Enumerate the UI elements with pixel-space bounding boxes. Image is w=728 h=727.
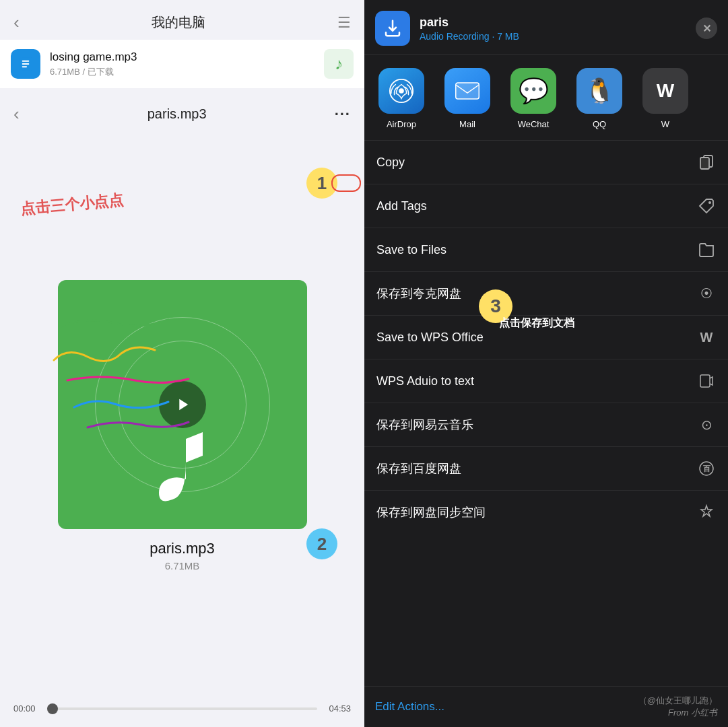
watermark-user: （@仙女王哪儿跑） <box>638 695 717 707</box>
svg-rect-3 <box>456 83 479 99</box>
file-name: losing game.mp3 <box>50 50 315 64</box>
music-note-icon: ♪ <box>324 49 354 79</box>
time-start: 00:00 <box>13 703 39 714</box>
save-baidu-label: 保存到百度网盘 <box>376 460 461 477</box>
song-title: paris.mp3 <box>150 540 215 557</box>
add-tags-label: Add Tags <box>376 199 427 213</box>
watermark-source: From 小红书 <box>638 707 717 719</box>
audio-text-icon <box>697 372 716 390</box>
wps-audio-label: WPS Aduio to text <box>376 374 474 388</box>
page-title: 我的电脑 <box>152 13 205 32</box>
action-wps-audio[interactable]: WPS Aduio to text <box>364 359 728 403</box>
action-copy[interactable]: Copy <box>364 141 728 184</box>
qq-label: QQ <box>593 119 606 129</box>
tag-icon <box>697 197 716 215</box>
qq-icon: 🐧 <box>576 68 622 114</box>
annotation-number-2: 2 <box>306 528 337 559</box>
wechat-icon: 💬 <box>510 68 556 114</box>
netease-icon: ⊙ <box>697 415 716 434</box>
more-label: W <box>661 119 669 129</box>
tongbu-icon <box>697 503 716 522</box>
kuake-icon: ⦿ <box>697 284 716 303</box>
watermark-area: （@仙女王哪儿跑） From 小红书 <box>638 695 717 719</box>
share-header: paris Audio Recording · 7 MB ✕ <box>364 0 728 55</box>
top-nav-bar: ‹ 我的电脑 ☰ <box>0 0 364 40</box>
left-panel: ‹ 我的电脑 ☰ losing game.mp3 6.71MB / 已下载 ♪ … <box>0 0 364 727</box>
song-info-area: paris.mp3 6.71MB <box>150 529 215 576</box>
save-kuake-label: 保存到夸克网盘 <box>376 285 461 302</box>
progress-thumb[interactable] <box>47 703 58 714</box>
save-files-label: Save to Files <box>376 243 446 257</box>
progress-area: 00:00 04:53 <box>0 694 364 727</box>
action-list: Copy Add Tags Save to Files <box>364 141 728 686</box>
annotation-text-chinese: 点击三个小点点 <box>20 190 125 219</box>
file-size: 6.71MB / 已下载 <box>50 66 315 78</box>
album-art <box>58 280 307 529</box>
action-save-tongbu[interactable]: 保存到网盘同步空间 <box>364 491 728 534</box>
menu-button[interactable]: ☰ <box>337 14 351 32</box>
file-info: losing game.mp3 6.71MB / 已下载 <box>50 50 315 78</box>
airdrop-icon <box>378 68 424 114</box>
share-file-subtitle: Audio Recording · 7 MB <box>420 31 686 42</box>
action-save-files[interactable]: Save to Files <box>364 228 728 272</box>
app-more[interactable]: W W <box>635 68 696 129</box>
svg-rect-5 <box>700 158 709 169</box>
copy-icon <box>697 153 716 172</box>
action-save-baidu[interactable]: 保存到百度网盘 百 <box>364 447 728 491</box>
secondary-nav: ‹ paris.mp3 ··· <box>0 94 364 134</box>
wps-icon: W <box>697 328 716 347</box>
svg-rect-7 <box>700 375 710 387</box>
more-options-button[interactable]: ··· <box>335 106 351 123</box>
copy-label: Copy <box>376 155 405 170</box>
save-tongbu-label: 保存到网盘同步空间 <box>376 504 486 520</box>
play-button[interactable] <box>159 381 206 428</box>
app-qq[interactable]: 🐧 QQ <box>569 68 630 129</box>
action-save-kuake[interactable]: 保存到夸克网盘 ⦿ <box>364 272 728 316</box>
more-apps-icon: W <box>642 68 688 114</box>
mail-label: Mail <box>459 119 475 129</box>
app-row: AirDrop Mail 💬 WeChat 🐧 QQ <box>364 55 728 141</box>
edit-actions-button[interactable]: Edit Actions... <box>375 700 444 714</box>
share-file-icon <box>375 11 410 46</box>
app-wechat[interactable]: 💬 WeChat <box>503 68 564 129</box>
annotation-save-text: 点击保存到文档 <box>499 316 574 331</box>
song-size: 6.71MB <box>150 560 215 572</box>
time-end: 04:53 <box>325 703 351 714</box>
close-button[interactable]: ✕ <box>696 18 717 39</box>
svg-point-6 <box>708 201 711 204</box>
share-file-info: paris Audio Recording · 7 MB <box>420 15 686 42</box>
svg-point-2 <box>399 88 404 94</box>
share-bottom-bar: Edit Actions... （@仙女王哪儿跑） From 小红书 <box>364 686 728 727</box>
share-filename: paris <box>420 15 686 30</box>
back-button-2[interactable]: ‹ <box>13 104 20 125</box>
svg-text:百: 百 <box>703 464 711 473</box>
annotation-area: 点击三个小点点 1 <box>0 134 364 694</box>
dots-circle-annotation <box>331 174 361 192</box>
progress-bar[interactable] <box>47 707 317 710</box>
action-save-netease[interactable]: 保存到网易云音乐 ⊙ <box>364 403 728 447</box>
app-mail[interactable]: Mail <box>437 68 498 129</box>
file-type-icon <box>11 49 40 79</box>
share-sheet-panel: paris Audio Recording · 7 MB ✕ AirDrop <box>364 0 728 727</box>
file-list-item[interactable]: losing game.mp3 6.71MB / 已下载 ♪ <box>0 40 364 88</box>
secondary-title: paris.mp3 <box>147 106 207 122</box>
wechat-label: WeChat <box>518 119 550 129</box>
airdrop-label: AirDrop <box>387 119 416 129</box>
baidu-icon: 百 <box>697 459 716 478</box>
mail-icon <box>444 68 490 114</box>
save-wps-label: Save to WPS Office <box>376 331 484 345</box>
back-button[interactable]: ‹ <box>13 12 20 33</box>
app-airdrop[interactable]: AirDrop <box>371 68 432 129</box>
save-netease-label: 保存到网易云音乐 <box>376 417 473 433</box>
folder-icon <box>697 240 716 259</box>
action-add-tags[interactable]: Add Tags <box>364 184 728 228</box>
